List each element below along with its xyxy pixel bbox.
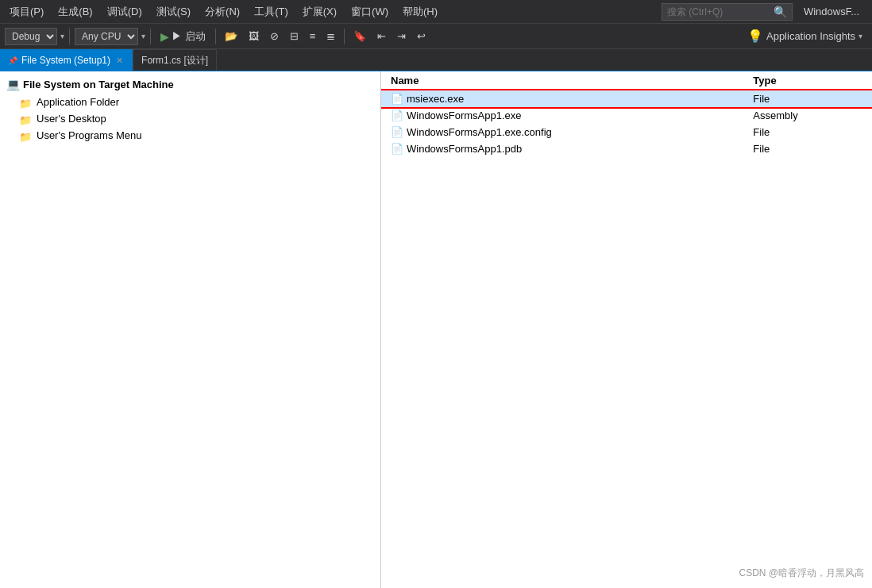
computer-icon: 💻 xyxy=(6,78,20,90)
tree-root: 💻 File System on Target Machine xyxy=(0,75,380,94)
file-name-cell: 📄 WindowsFormsApp1.pdb xyxy=(381,140,743,157)
file-type-winforms-pdb: File xyxy=(743,140,872,157)
window-title: WindowsF... xyxy=(794,6,869,17)
menu-analyze[interactable]: 分析(N) xyxy=(199,2,246,22)
app-insights-section[interactable]: 💡 Application Insights ▾ xyxy=(743,27,867,45)
table-row[interactable]: 📄 WindowsFormsApp1.exe Assembly xyxy=(381,107,872,124)
toolbar-btn-1[interactable]: ⊘ xyxy=(266,27,283,46)
toolbar-separator-2 xyxy=(150,29,151,44)
tab-pin-icon: 📌 xyxy=(8,56,17,65)
file-type-winforms-config: File xyxy=(743,124,872,140)
table-row[interactable]: 📄 WindowsFormsApp1.exe.config File xyxy=(381,124,872,140)
toolbar-btn-bookmark[interactable]: 🔖 xyxy=(349,27,370,46)
cpu-select[interactable]: Any CPU xyxy=(75,28,138,45)
file-name-winforms-pdb: WindowsFormsApp1.pdb xyxy=(407,143,522,155)
file-name-cell: 📄 WindowsFormsApp1.exe xyxy=(381,107,743,124)
folder-icon-desktop xyxy=(19,114,32,124)
table-row[interactable]: 📄 msiexec.exe File xyxy=(381,90,872,108)
menu-test[interactable]: 测试(S) xyxy=(150,2,197,22)
tree-item-programs-menu-label: User's Programs Menu xyxy=(37,129,142,141)
folder-icon-programs xyxy=(19,131,32,140)
search-input[interactable] xyxy=(667,6,770,17)
search-box[interactable]: 🔍 xyxy=(662,3,793,21)
file-name-winforms-config: WindowsFormsApp1.exe.config xyxy=(407,126,552,138)
tree-item-programs-menu[interactable]: User's Programs Menu xyxy=(0,127,380,144)
toolbar-btn-3[interactable]: ≡ xyxy=(306,27,320,46)
file-icon-winforms-pdb: 📄 xyxy=(391,143,403,155)
tab-bar: 📌 File System (Setup1) ✕ Form1.cs [设计] xyxy=(0,49,872,71)
folder-icon-application xyxy=(19,98,32,107)
tab-file-system-label: File System (Setup1) xyxy=(21,55,110,66)
col-type-header: Type xyxy=(743,71,872,90)
tab-file-system-close[interactable]: ✕ xyxy=(114,56,125,66)
toolbar-separator-4 xyxy=(344,29,345,44)
right-panel: Name Type 📄 msiexec.exe File xyxy=(381,71,872,588)
play-icon: ▶ xyxy=(160,30,169,43)
tree-item-user-desktop[interactable]: User's Desktop xyxy=(0,110,380,127)
toolbar-btn-nav2[interactable]: ⇥ xyxy=(393,27,410,46)
menu-window[interactable]: 窗口(W) xyxy=(345,2,395,22)
file-name-cell: 📄 WindowsFormsApp1.exe.config xyxy=(381,124,743,140)
menu-project[interactable]: 项目(P) xyxy=(3,2,50,22)
watermark: CSDN @暗香浮动，月黑风高 xyxy=(739,567,864,580)
tree-item-application-folder[interactable]: Application Folder xyxy=(0,94,380,110)
tree-item-application-folder-label: Application Folder xyxy=(37,96,119,108)
menu-extensions[interactable]: 扩展(X) xyxy=(296,2,343,22)
insights-icon: 💡 xyxy=(747,29,763,44)
toolbar-btn-nav3[interactable]: ↩ xyxy=(413,27,430,46)
left-panel: 💻 File System on Target Machine Applicat… xyxy=(0,71,381,588)
file-name-winforms-exe: WindowsFormsApp1.exe xyxy=(407,110,522,121)
table-row[interactable]: 📄 WindowsFormsApp1.pdb File xyxy=(381,140,872,157)
start-button[interactable]: ▶ ▶ 启动 xyxy=(156,27,210,46)
debug-select[interactable]: Debug xyxy=(5,28,57,45)
file-icon-msiexec: 📄 xyxy=(391,93,403,105)
file-icon-winforms-exe: 📄 xyxy=(391,110,403,121)
menu-tools[interactable]: 工具(T) xyxy=(248,2,295,22)
file-icon-winforms-config: 📄 xyxy=(391,126,403,138)
menu-build[interactable]: 生成(B) xyxy=(52,2,98,22)
toolbar-btn-2[interactable]: ⊟ xyxy=(286,27,303,46)
tab-form1[interactable]: Form1.cs [设计] xyxy=(133,49,217,71)
toolbar-btn-image[interactable]: 🖼 xyxy=(245,27,263,46)
main-area: 💻 File System on Target Machine Applicat… xyxy=(0,71,872,588)
toolbar-separator-3 xyxy=(215,29,216,44)
start-label: ▶ 启动 xyxy=(172,29,206,44)
file-type-winforms-exe: Assembly xyxy=(743,107,872,124)
tree-root-label: File System on Target Machine xyxy=(23,79,174,90)
file-name-cell: 📄 msiexec.exe xyxy=(381,90,743,108)
search-icon: 🔍 xyxy=(774,6,787,18)
menu-help[interactable]: 帮助(H) xyxy=(396,2,444,22)
toolbar-btn-folder[interactable]: 📂 xyxy=(221,27,241,46)
file-table: Name Type 📄 msiexec.exe File xyxy=(381,71,872,157)
toolbar-btn-4[interactable]: ≣ xyxy=(322,27,339,46)
toolbar-btn-nav1[interactable]: ⇤ xyxy=(373,27,390,46)
tab-file-system[interactable]: 📌 File System (Setup1) ✕ xyxy=(0,49,133,71)
tree-item-user-desktop-label: User's Desktop xyxy=(37,113,106,125)
toolbar: Debug ▾ Any CPU ▾ ▶ ▶ 启动 📂 🖼 ⊘ ⊟ ≡ ≣ 🔖 ⇤… xyxy=(0,24,872,49)
app-insights-label: Application Insights xyxy=(766,30,855,42)
file-name-msiexec: msiexec.exe xyxy=(407,93,464,105)
col-name-header: Name xyxy=(381,71,743,90)
menu-debug[interactable]: 调试(D) xyxy=(101,2,149,22)
toolbar-separator-1 xyxy=(69,29,70,44)
file-type-msiexec: File xyxy=(743,90,872,108)
insights-chevron-icon: ▾ xyxy=(858,32,862,40)
tab-form1-label: Form1.cs [设计] xyxy=(141,54,208,67)
debug-chevron-icon: ▾ xyxy=(60,32,64,40)
menu-bar: 项目(P) 生成(B) 调试(D) 测试(S) 分析(N) 工具(T) 扩展(X… xyxy=(0,0,872,24)
cpu-chevron-icon: ▾ xyxy=(141,32,145,40)
